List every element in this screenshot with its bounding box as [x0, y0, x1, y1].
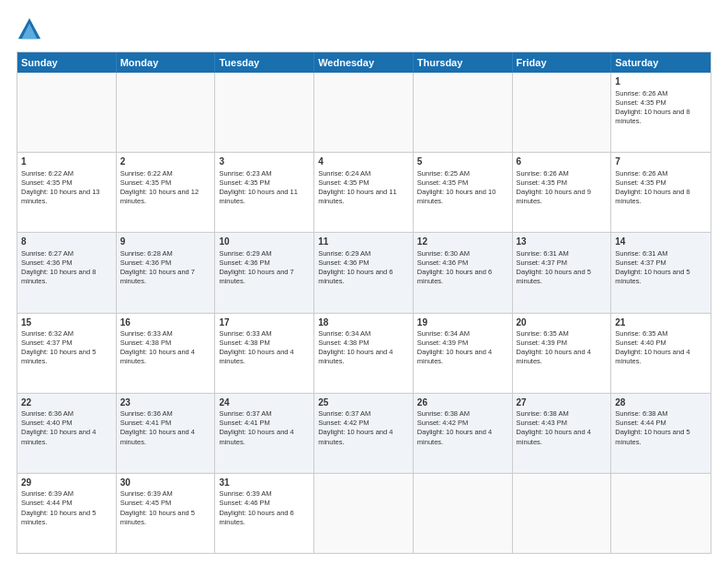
daylight: Daylight: 10 hours and 8 minutes.	[21, 268, 96, 285]
sunrise: Sunrise: 6:39 AM	[219, 489, 271, 498]
sunset: Sunset: 4:41 PM	[219, 419, 269, 427]
header-day: Monday	[117, 52, 216, 73]
calendar-cell: 21Sunrise: 6:35 AMSunset: 4:40 PMDayligh…	[611, 314, 711, 393]
sunset: Sunset: 4:38 PM	[120, 339, 171, 347]
daylight: Daylight: 10 hours and 11 minutes.	[318, 188, 396, 205]
sunrise: Sunrise: 6:25 AM	[417, 169, 470, 178]
day-number: 21	[615, 316, 707, 329]
sunset: Sunset: 4:41 PM	[120, 419, 171, 427]
sunrise: Sunrise: 6:29 AM	[318, 249, 370, 258]
calendar-cell: 7Sunrise: 6:26 AMSunset: 4:35 PMDaylight…	[611, 153, 711, 232]
calendar-cell	[314, 73, 414, 152]
sunrise: Sunrise: 6:34 AM	[318, 329, 370, 338]
calendar-cell	[117, 73, 216, 152]
sunrise: Sunrise: 6:24 AM	[318, 169, 370, 178]
day-number: 30	[120, 477, 211, 489]
day-number: 20	[517, 316, 608, 329]
day-number: 25	[318, 396, 409, 409]
daylight: Daylight: 10 hours and 12 minutes.	[120, 188, 199, 205]
day-number: 5	[417, 155, 508, 168]
daylight: Daylight: 10 hours and 4 minutes.	[120, 348, 195, 365]
logo	[17, 17, 46, 42]
day-number: 6	[517, 155, 608, 168]
day-number: 3	[219, 155, 310, 168]
header-day: Sunday	[17, 52, 117, 73]
calendar-cell: 19Sunrise: 6:34 AMSunset: 4:39 PMDayligh…	[414, 314, 513, 393]
sunrise: Sunrise: 6:26 AM	[517, 169, 569, 178]
sunset: Sunset: 4:35 PM	[517, 178, 567, 187]
sunrise: Sunrise: 6:39 AM	[120, 489, 173, 498]
sunset: Sunset: 4:38 PM	[219, 339, 269, 347]
calendar-row: 15Sunrise: 6:32 AMSunset: 4:37 PMDayligh…	[17, 314, 711, 394]
day-number: 9	[120, 236, 211, 248]
sunrise: Sunrise: 6:38 AM	[417, 409, 470, 418]
day-number: 27	[517, 396, 608, 409]
daylight: Daylight: 10 hours and 4 minutes.	[318, 348, 392, 365]
sunrise: Sunrise: 6:38 AM	[615, 409, 667, 418]
calendar-cell: 26Sunrise: 6:38 AMSunset: 4:42 PMDayligh…	[414, 394, 513, 473]
sunset: Sunset: 4:42 PM	[417, 419, 468, 427]
day-number: 2	[120, 155, 211, 168]
calendar-cell: 18Sunrise: 6:34 AMSunset: 4:38 PMDayligh…	[314, 314, 414, 393]
sunset: Sunset: 4:35 PM	[615, 98, 665, 107]
daylight: Daylight: 10 hours and 4 minutes.	[318, 428, 392, 445]
calendar-cell	[414, 73, 513, 152]
daylight: Daylight: 10 hours and 4 minutes.	[21, 428, 96, 445]
day-number: 17	[219, 316, 310, 329]
calendar-cell: 20Sunrise: 6:35 AMSunset: 4:39 PMDayligh…	[513, 314, 612, 393]
daylight: Daylight: 10 hours and 6 minutes.	[219, 509, 293, 526]
sunset: Sunset: 4:35 PM	[318, 178, 369, 187]
sunset: Sunset: 4:35 PM	[219, 178, 269, 187]
day-number: 16	[120, 316, 211, 329]
page: SundayMondayTuesdayWednesdayThursdayFrid…	[0, 0, 728, 563]
calendar-cell: 9Sunrise: 6:28 AMSunset: 4:36 PMDaylight…	[117, 233, 216, 312]
daylight: Daylight: 10 hours and 10 minutes.	[417, 188, 495, 205]
calendar-cell: 28Sunrise: 6:38 AMSunset: 4:44 PMDayligh…	[611, 394, 711, 473]
calendar-cell: 16Sunrise: 6:33 AMSunset: 4:38 PMDayligh…	[117, 314, 216, 393]
sunrise: Sunrise: 6:37 AM	[318, 409, 370, 418]
daylight: Daylight: 10 hours and 5 minutes.	[21, 348, 96, 365]
calendar-cell: 5Sunrise: 6:25 AMSunset: 4:35 PMDaylight…	[414, 153, 513, 232]
sunset: Sunset: 4:40 PM	[21, 419, 72, 427]
daylight: Daylight: 10 hours and 4 minutes.	[219, 348, 293, 365]
calendar-cell	[414, 474, 513, 553]
sunset: Sunset: 4:40 PM	[615, 339, 665, 347]
daylight: Daylight: 10 hours and 4 minutes.	[517, 348, 591, 365]
sunset: Sunset: 4:44 PM	[21, 499, 72, 507]
daylight: Daylight: 10 hours and 5 minutes.	[615, 268, 689, 285]
calendar-cell: 13Sunrise: 6:31 AMSunset: 4:37 PMDayligh…	[513, 233, 612, 312]
sunrise: Sunrise: 6:39 AM	[21, 489, 74, 498]
calendar-cell: 31Sunrise: 6:39 AMSunset: 4:46 PMDayligh…	[215, 474, 314, 553]
day-number: 26	[417, 396, 508, 409]
sunset: Sunset: 4:36 PM	[21, 259, 72, 267]
daylight: Daylight: 10 hours and 4 minutes.	[517, 428, 591, 445]
daylight: Daylight: 10 hours and 6 minutes.	[417, 268, 492, 285]
sunrise: Sunrise: 6:26 AM	[615, 89, 667, 98]
sunrise: Sunrise: 6:33 AM	[219, 329, 271, 338]
header	[17, 17, 711, 42]
calendar-cell: 3Sunrise: 6:23 AMSunset: 4:35 PMDaylight…	[215, 153, 314, 232]
daylight: Daylight: 10 hours and 4 minutes.	[120, 428, 195, 445]
day-number: 28	[615, 396, 707, 409]
sunrise: Sunrise: 6:31 AM	[615, 249, 667, 258]
day-number: 22	[21, 396, 112, 409]
day-number: 8	[21, 236, 112, 248]
sunset: Sunset: 4:42 PM	[318, 419, 369, 427]
calendar-cell: 29Sunrise: 6:39 AMSunset: 4:44 PMDayligh…	[17, 474, 117, 553]
sunrise: Sunrise: 6:34 AM	[417, 329, 470, 338]
calendar-row: 22Sunrise: 6:36 AMSunset: 4:40 PMDayligh…	[17, 394, 711, 474]
day-number: 13	[517, 236, 608, 248]
day-number: 18	[318, 316, 409, 329]
calendar-cell	[513, 474, 612, 553]
daylight: Daylight: 10 hours and 5 minutes.	[21, 509, 96, 526]
header-day: Friday	[513, 52, 612, 73]
day-number: 31	[219, 477, 310, 489]
sunrise: Sunrise: 6:32 AM	[21, 329, 74, 338]
calendar-cell: 10Sunrise: 6:29 AMSunset: 4:36 PMDayligh…	[215, 233, 314, 312]
calendar-row: 29Sunrise: 6:39 AMSunset: 4:44 PMDayligh…	[17, 474, 711, 553]
calendar-cell: 23Sunrise: 6:36 AMSunset: 4:41 PMDayligh…	[117, 394, 216, 473]
sunrise: Sunrise: 6:23 AM	[219, 169, 271, 178]
sunset: Sunset: 4:44 PM	[615, 419, 665, 427]
daylight: Daylight: 10 hours and 7 minutes.	[120, 268, 195, 285]
day-number: 11	[318, 236, 409, 248]
